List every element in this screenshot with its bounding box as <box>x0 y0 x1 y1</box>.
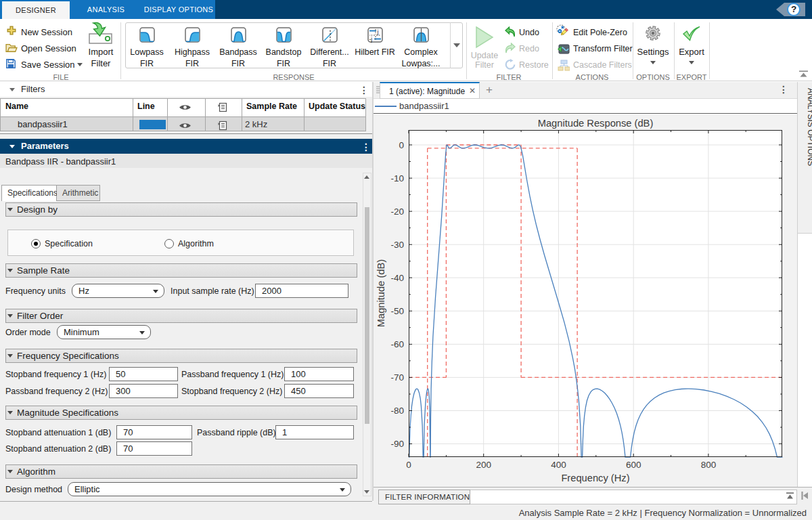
svg-text:Frequency (Hz): Frequency (Hz) <box>561 473 629 483</box>
svg-text:ANALYSIS OPTIONS: ANALYSIS OPTIONS <box>806 88 812 166</box>
svg-text:-40: -40 <box>390 273 404 283</box>
svg-text:600: 600 <box>626 460 641 470</box>
svg-text:-10: -10 <box>390 173 404 183</box>
svg-text:800: 800 <box>701 460 717 470</box>
svg-text:-70: -70 <box>390 372 404 383</box>
svg-text:j: j <box>376 28 378 35</box>
svg-text:400: 400 <box>551 460 566 470</box>
svg-text:Magnitude (dB): Magnitude (dB) <box>376 259 386 327</box>
svg-text:-30: -30 <box>390 240 404 250</box>
svg-text:-j: -j <box>369 36 372 43</box>
svg-text:200: 200 <box>476 460 491 470</box>
svg-text:Magnitude Response (dB): Magnitude Response (dB) <box>538 118 654 129</box>
svg-text:-20: -20 <box>390 207 404 217</box>
svg-text:-90: -90 <box>390 439 404 449</box>
svg-text:0: 0 <box>406 460 411 470</box>
svg-text:0: 0 <box>399 140 404 150</box>
svg-text:-80: -80 <box>390 406 404 416</box>
svg-text:-60: -60 <box>390 339 404 349</box>
svg-text:-50: -50 <box>390 306 404 316</box>
